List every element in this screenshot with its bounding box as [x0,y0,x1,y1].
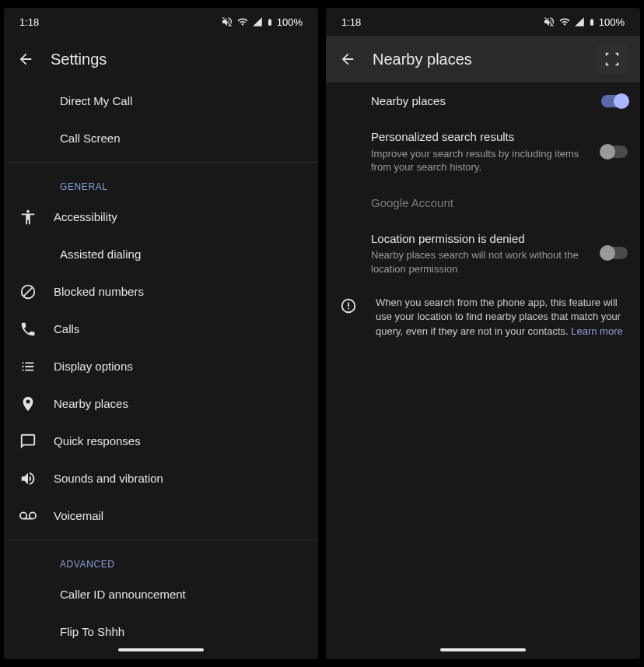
divider [4,539,318,540]
wifi-icon [236,16,249,27]
item-label: Nearby places [54,396,306,412]
item-quick-responses[interactable]: Quick responses [4,423,318,460]
page-title: Nearby places [373,51,581,68]
row-location-permission[interactable]: Location permission is denied Nearby pla… [326,222,640,286]
row-label: Personalized search results [371,129,592,145]
switch-personalized-search[interactable] [601,146,628,158]
info-text: When you search from the phone app, this… [376,296,625,339]
row-label: Nearby places [371,93,592,109]
voicemail-icon [19,507,37,525]
back-button[interactable] [16,50,35,68]
item-label: Sounds and vibration [54,471,306,486]
volume-icon [19,470,37,487]
arrow-back-icon [339,51,356,68]
info-icon [340,297,357,314]
accessibility-icon [19,209,37,226]
section-header-advanced: ADVANCED [4,545,318,576]
list-icon [19,358,37,375]
settings-screen: 1:18 100% Settings Direct My Call Call S… [4,8,318,659]
item-direct-my-call[interactable]: Direct My Call [4,82,318,120]
fullscreen-icon [604,51,621,68]
item-flip-to-shhh[interactable]: Flip To Shhh [4,613,318,641]
mute-icon [221,16,233,28]
row-personalized-search[interactable]: Personalized search results Improve your… [326,120,640,184]
info-block: When you search from the phone app, this… [326,285,640,349]
learn-more-link[interactable]: Learn more [571,325,622,337]
item-display-options[interactable]: Display options [4,348,318,385]
status-right: 100% [543,16,625,28]
section-header-general: GENERAL [4,167,318,198]
item-caller-id-announcement[interactable]: Caller ID announcement [4,576,318,613]
item-label: Calls [54,321,306,337]
app-bar: Settings [4,36,318,82]
switch-nearby-places[interactable] [601,95,628,107]
status-battery: 100% [277,16,303,28]
row-sub: Nearby places search will not work witho… [371,248,592,276]
item-sounds-vibration[interactable]: Sounds and vibration [4,460,318,497]
gesture-nav-bar[interactable] [326,641,640,659]
status-time: 1:18 [19,16,39,28]
item-label: Quick responses [54,434,306,449]
place-icon [19,395,37,412]
status-bar: 1:18 100% [326,8,640,36]
item-label: Voicemail [54,508,306,524]
item-label: Direct My Call [60,93,306,109]
signal-icon [252,16,263,27]
status-battery: 100% [599,16,625,28]
item-blocked-numbers[interactable]: Blocked numbers [4,273,318,311]
item-label: Blocked numbers [54,284,306,300]
status-bar: 1:18 100% [4,8,318,36]
nav-pill [118,648,204,651]
row-nearby-places[interactable]: Nearby places [326,82,640,120]
row-google-account: Google Account [326,184,640,222]
item-accessibility[interactable]: Accessibility [4,198,318,236]
item-label: Accessibility [54,209,306,225]
page-title: Settings [51,51,306,68]
item-nearby-places[interactable]: Nearby places [4,385,318,423]
item-call-screen[interactable]: Call Screen [4,120,318,157]
divider [4,162,318,163]
arrow-back-icon [17,51,34,68]
signal-icon [574,16,585,27]
status-time: 1:18 [341,16,361,28]
wifi-icon [558,16,571,27]
item-label: Flip To Shhh [60,624,306,640]
app-bar: Nearby places [326,36,640,82]
row-sub: Improve your search results by including… [371,147,592,174]
item-assisted-dialing[interactable]: Assisted dialing [4,236,318,273]
item-label: Assisted dialing [60,247,306,262]
settings-list[interactable]: Direct My Call Call Screen GENERAL Acces… [4,82,318,641]
row-label: Location permission is denied [371,231,592,247]
item-calls[interactable]: Calls [4,311,318,348]
nearby-places-content: Nearby places Personalized search result… [326,82,640,641]
item-label: Caller ID announcement [60,587,306,602]
chat-icon [19,433,37,450]
item-label: Display options [54,359,306,374]
mute-icon [543,16,555,28]
item-label: Call Screen [60,131,306,146]
crop-button[interactable] [597,44,628,75]
item-voicemail[interactable]: Voicemail [4,497,318,535]
battery-icon [266,16,274,28]
call-icon [19,321,37,338]
block-icon [19,283,37,300]
nav-pill [440,648,526,651]
status-right: 100% [221,16,303,28]
battery-icon [588,16,596,28]
nearby-places-screen: 1:18 100% Nearby places Nearby places Pe… [326,8,640,659]
gesture-nav-bar[interactable] [4,641,318,659]
switch-location-permission[interactable] [601,247,628,259]
back-button[interactable] [338,50,357,68]
